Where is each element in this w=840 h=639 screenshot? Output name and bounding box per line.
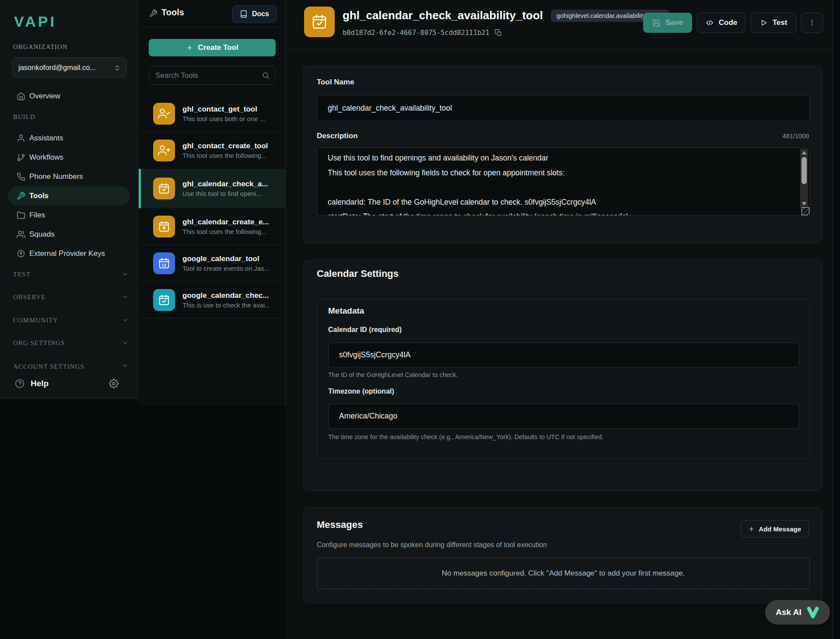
save-button[interactable]: Save: [643, 13, 692, 33]
create-tool-button[interactable]: Create Tool: [149, 39, 276, 56]
sidebar: VAPI ORGANIZATION jasonkoford@gmail.co..…: [0, 0, 138, 399]
tool-list-item-google-calendar-check[interactable]: google_calendar_chec... This is use to c…: [139, 282, 285, 318]
tool-description: This tool uses both or one ...: [182, 115, 265, 122]
tool-name: ghl_calendar_check_a...: [182, 180, 268, 189]
key-badge-icon: [17, 249, 25, 258]
section-label: ACCOUNT SETTINGS: [13, 363, 84, 369]
calendar-plus-icon: [153, 216, 175, 237]
tool-name: ghl_calendar_create_e...: [182, 218, 269, 227]
code-icon: [705, 18, 714, 27]
messages-subtitle: Configure messages to be spoken during d…: [317, 541, 547, 549]
sidebar-section-community[interactable]: COMMUNITY: [13, 315, 129, 325]
tool-description: Use this tool to find openi...: [182, 190, 268, 197]
settings-gear-button[interactable]: [109, 379, 119, 388]
sidebar-section-observe[interactable]: OBSERVE: [13, 292, 129, 302]
sidebar-section-org-settings[interactable]: ORG SETTINGS: [13, 338, 129, 348]
timezone-input[interactable]: [328, 404, 799, 429]
ask-ai-label: Ask AI: [776, 608, 801, 617]
main-content: ghl_calendar_check_availability_tool goh…: [286, 0, 833, 639]
plus-icon: [186, 44, 193, 52]
tool-name-input[interactable]: [317, 95, 810, 121]
test-label: Test: [773, 18, 788, 27]
textarea-scrollbar[interactable]: [800, 149, 808, 208]
vapi-v-icon: [806, 607, 819, 618]
tool-list-item-ghl-calendar-check-selected[interactable]: ghl_calendar_check_a... Use this tool to…: [139, 169, 285, 208]
sidebar-item-tools[interactable]: Tools: [8, 186, 130, 206]
save-label: Save: [665, 18, 683, 27]
section-label: OBSERVE: [13, 293, 46, 301]
sidebar-item-label: Tools: [29, 192, 49, 200]
kebab-menu-icon: [808, 19, 816, 27]
tool-list-item-ghl-contact-create[interactable]: ghl_contact_create_tool This tool uses t…: [139, 132, 285, 169]
workflow-branch-icon: [17, 153, 25, 162]
add-message-button[interactable]: Add Message: [740, 520, 809, 538]
tool-details-card: Tool Name Description 481/1000 Use this …: [303, 66, 822, 243]
test-button[interactable]: Test: [751, 13, 796, 33]
calendar-check-icon: [153, 289, 175, 311]
book-icon: [240, 10, 248, 18]
organization-selector[interactable]: jasonkoford@gmail.co...: [12, 57, 127, 78]
phone-icon: [17, 172, 25, 181]
sidebar-item-label: Assistants: [29, 134, 63, 143]
tools-panel-header: Tools Docs: [139, 0, 285, 27]
resize-grip-icon[interactable]: [802, 207, 809, 215]
tool-name: google_calendar_tool: [182, 255, 270, 263]
tool-list-item-ghl-calendar-create[interactable]: ghl_calendar_create_e... This tool uses …: [139, 208, 285, 245]
sidebar-item-squads[interactable]: Squads: [8, 225, 130, 244]
calendar-id-input[interactable]: [328, 342, 799, 367]
scroll-down-arrow-icon[interactable]: [802, 202, 806, 206]
code-label: Code: [719, 18, 738, 27]
sidebar-item-overview[interactable]: Overview: [8, 87, 130, 106]
tool-description: This is use to check the avai...: [182, 301, 270, 309]
search-tools-input[interactable]: [149, 66, 276, 85]
sidebar-item-label: Squads: [29, 230, 55, 239]
sidebar-section-account-settings[interactable]: ACCOUNT SETTINGS: [13, 361, 129, 370]
scrollbar-thumb[interactable]: [802, 157, 807, 184]
sidebar-section-test[interactable]: TEST: [13, 269, 129, 279]
gear-icon: [109, 379, 119, 388]
ask-ai-button[interactable]: Ask AI: [765, 600, 830, 625]
code-button[interactable]: Code: [697, 13, 746, 33]
sidebar-item-label: Workflows: [29, 153, 63, 162]
metadata-card: Metadata Calendar ID (required) The ID o…: [317, 299, 810, 459]
organization-label: ORGANIZATION: [13, 43, 68, 51]
sidebar-item-phone-numbers[interactable]: Phone Numbers: [8, 167, 130, 186]
tool-description: This tool uses the following...: [182, 228, 269, 235]
sidebar-item-workflows[interactable]: Workflows: [8, 148, 130, 167]
timezone-label: Timezone (optional): [328, 388, 394, 395]
search-tools: [149, 66, 276, 85]
scroll-up-arrow-icon[interactable]: [802, 151, 806, 154]
more-options-button[interactable]: [801, 13, 823, 33]
user-check-icon: [153, 103, 175, 125]
sidebar-item-files[interactable]: Files: [8, 206, 130, 225]
messages-title: Messages: [317, 519, 363, 531]
description-textarea[interactable]: Use this tool to find openings and avail…: [317, 147, 810, 216]
messages-card: Messages Add Message Configure messages …: [303, 507, 822, 603]
sidebar-item-help[interactable]: Help: [15, 379, 49, 388]
users-icon: [17, 230, 25, 239]
tool-list-item-ghl-contact-get[interactable]: ghl_contact_get_tool This tool uses both…: [139, 95, 285, 132]
tool-description: This tool uses the following...: [182, 152, 268, 159]
chevron-down-icon: [122, 362, 129, 369]
user-plus-icon: [153, 140, 175, 161]
metadata-title: Metadata: [328, 306, 364, 316]
description-text: Use this tool to find openings and avail…: [328, 151, 788, 216]
sidebar-item-external-provider-keys[interactable]: External Provider Keys: [8, 244, 130, 263]
tool-name: ghl_contact_get_tool: [182, 105, 265, 114]
sidebar-item-label: Phone Numbers: [29, 172, 83, 181]
docs-button[interactable]: Docs: [232, 5, 276, 23]
chevron-down-icon: [122, 293, 129, 300]
save-floppy-icon: [652, 19, 661, 27]
tool-list-item-google-calendar[interactable]: 12 google_calendar_tool Tool to create e…: [139, 245, 285, 282]
tools-panel: Tools Docs Create Tool ghl_contact_get_t…: [139, 0, 286, 406]
home-icon: [17, 92, 25, 101]
sidebar-item-assistants[interactable]: Assistants: [8, 129, 130, 148]
wrench-icon: [149, 9, 158, 17]
section-label: ORG SETTINGS: [13, 339, 65, 347]
chevron-down-icon: [122, 271, 129, 278]
copy-id-button[interactable]: [494, 29, 502, 37]
tools-panel-title: Tools: [161, 7, 184, 17]
copy-icon: [494, 29, 502, 37]
create-tool-label: Create Tool: [198, 43, 238, 52]
calendar-date-icon: 12: [153, 252, 175, 274]
